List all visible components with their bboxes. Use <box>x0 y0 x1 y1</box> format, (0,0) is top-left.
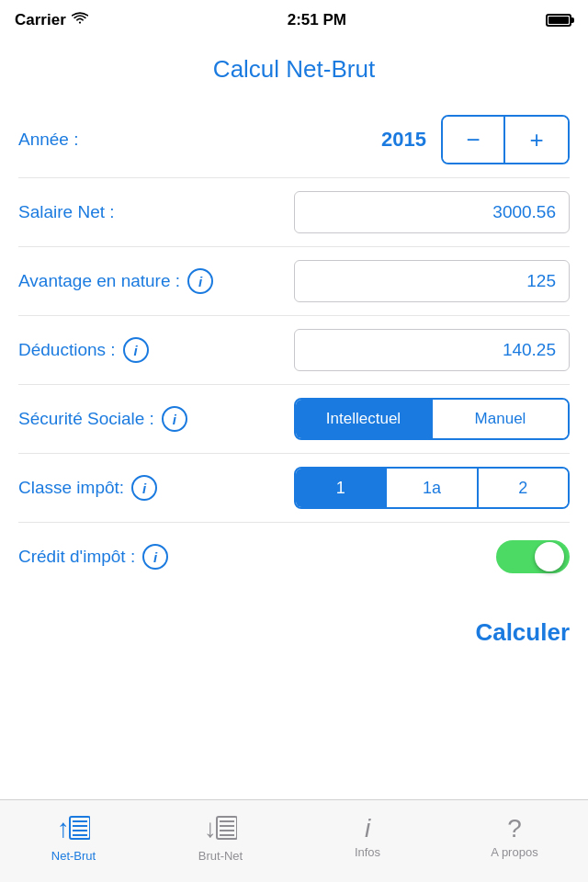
deductions-control <box>220 329 570 371</box>
year-decrement-button[interactable]: − <box>443 117 505 163</box>
net-brut-icon: ↑ <box>57 813 90 845</box>
form-content: Année : 2015 − + Salaire Net : Avantage … <box>0 93 588 591</box>
avantage-input[interactable] <box>294 260 570 302</box>
deductions-label: Déductions : <box>18 340 116 360</box>
tab-net-brut-label: Net-Brut <box>51 849 96 863</box>
classe-impot-label: Classe impôt: <box>18 478 124 498</box>
salaire-net-row: Salaire Net : <box>18 178 570 247</box>
credit-impot-info-icon[interactable]: i <box>142 544 168 570</box>
securite-sociale-row: Sécurité Sociale : i Intellectuel Manuel <box>18 385 570 454</box>
tab-infos-label: Infos <box>355 845 380 859</box>
status-bar: Carrier 2:51 PM <box>0 0 588 37</box>
securite-sociale-intellectuel-button[interactable]: Intellectuel <box>296 400 433 438</box>
credit-impot-control <box>220 536 570 578</box>
tab-apropos[interactable]: ? A propos <box>441 800 588 882</box>
classe-impot-2-button[interactable]: 2 <box>479 469 568 507</box>
year-stepper: − + <box>441 115 570 164</box>
classe-impot-1a-button[interactable]: 1a <box>387 469 478 507</box>
avantage-row: Avantage en nature : i <box>18 247 570 316</box>
salaire-net-input[interactable] <box>294 191 570 233</box>
tab-bar: ↑ Net-Brut ↓ Brut-Net i Infos <box>0 799 588 882</box>
annee-row: Année : 2015 − + <box>18 102 570 178</box>
avantage-info-icon[interactable]: i <box>187 268 213 294</box>
tab-apropos-label: A propos <box>491 845 537 859</box>
svg-text:↑: ↑ <box>57 814 70 841</box>
app-title: Calcul Net-Brut <box>0 37 588 93</box>
annee-label-area: Année : <box>18 130 220 150</box>
salaire-net-label-area: Salaire Net : <box>18 202 220 222</box>
deductions-info-icon[interactable]: i <box>123 337 149 363</box>
deductions-row: Déductions : i <box>18 316 570 385</box>
classe-impot-label-area: Classe impôt: i <box>18 475 220 501</box>
securite-sociale-label: Sécurité Sociale : <box>18 409 154 429</box>
svg-text:↓: ↓ <box>204 814 217 841</box>
securite-sociale-manuel-button[interactable]: Manuel <box>433 400 568 438</box>
avantage-label-area: Avantage en nature : i <box>18 268 220 294</box>
wifi-icon <box>72 11 88 29</box>
salaire-net-label: Salaire Net : <box>18 202 115 222</box>
status-time: 2:51 PM <box>288 11 346 29</box>
toggle-thumb <box>535 542 564 571</box>
classe-impot-info-icon[interactable]: i <box>131 475 157 501</box>
classe-impot-control: 1 1a 2 <box>220 467 570 509</box>
carrier-label: Carrier <box>15 11 66 29</box>
credit-impot-row: Crédit d'impôt : i <box>18 523 570 591</box>
salaire-net-control <box>220 191 570 233</box>
infos-icon: i <box>365 816 370 842</box>
tab-brut-net[interactable]: ↓ Brut-Net <box>147 800 294 882</box>
avantage-control <box>220 260 570 302</box>
securite-sociale-label-area: Sécurité Sociale : i <box>18 406 220 432</box>
apropos-icon: ? <box>507 816 522 842</box>
year-increment-button[interactable]: + <box>505 117 568 163</box>
avantage-label: Avantage en nature : <box>18 271 180 291</box>
annee-value: 2015 <box>381 128 426 152</box>
credit-impot-label-area: Crédit d'impôt : i <box>18 544 220 570</box>
annee-label: Année : <box>18 130 79 150</box>
annee-control: 2015 − + <box>220 115 570 164</box>
calculer-button[interactable]: Calculer <box>475 618 570 647</box>
classe-impot-row: Classe impôt: i 1 1a 2 <box>18 454 570 523</box>
carrier-text: Carrier <box>15 11 88 29</box>
deductions-label-area: Déductions : i <box>18 337 220 363</box>
classe-impot-1-button[interactable]: 1 <box>296 469 387 507</box>
brut-net-icon: ↓ <box>204 813 237 845</box>
securite-sociale-info-icon[interactable]: i <box>162 406 187 432</box>
credit-impot-toggle[interactable] <box>496 536 570 578</box>
tab-net-brut[interactable]: ↑ Net-Brut <box>0 800 147 882</box>
tab-infos[interactable]: i Infos <box>294 800 441 882</box>
battery-icon <box>546 14 573 27</box>
credit-impot-label: Crédit d'impôt : <box>18 547 135 567</box>
securite-sociale-segmented: Intellectuel Manuel <box>294 398 570 440</box>
securite-sociale-control: Intellectuel Manuel <box>220 398 570 440</box>
classe-impot-segmented: 1 1a 2 <box>294 467 570 509</box>
tab-brut-net-label: Brut-Net <box>198 849 243 863</box>
calculer-area: Calculer <box>0 591 588 674</box>
deductions-input[interactable] <box>294 329 570 371</box>
